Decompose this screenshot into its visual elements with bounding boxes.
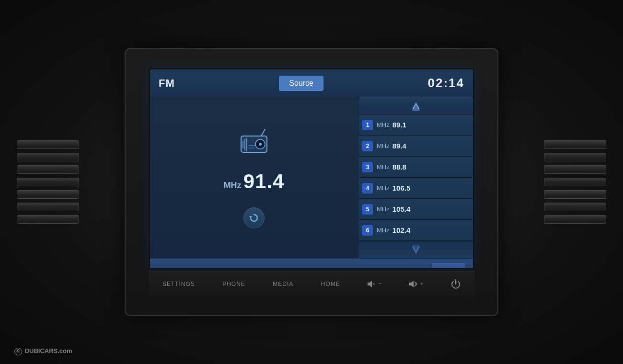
station-number: 1 [362, 120, 373, 130]
scroll-down-button[interactable] [358, 241, 473, 258]
station-number: 5 [362, 204, 373, 215]
station-freq: 102.4 [392, 226, 411, 234]
media-nav-button[interactable]: MEDIA [267, 278, 299, 290]
scroll-up-button[interactable] [358, 97, 473, 114]
forward-button[interactable] [325, 268, 345, 270]
station-freq: 89.4 [392, 142, 406, 150]
vent-slat [544, 165, 606, 174]
time-display: 02:14 [428, 76, 465, 91]
svg-point-5 [259, 143, 262, 146]
scan-button[interactable]: Scan [265, 268, 292, 270]
station-item[interactable]: 5 MHz 105.4 [358, 199, 473, 220]
copyright-icon: © [14, 348, 22, 355]
screen-controls: Scan StationList [150, 258, 473, 269]
station-unit: MHz [377, 184, 390, 192]
prev-button[interactable] [158, 268, 179, 270]
vent-left [10, 110, 86, 254]
screen-main: MHz 91.4 [150, 97, 473, 258]
vent-slat [544, 153, 606, 161]
freq-value: 91.4 [243, 170, 285, 193]
station-unit: MHz [377, 163, 390, 171]
station-freq: 88.8 [392, 163, 406, 171]
station-unit: MHz [377, 142, 390, 149]
vent-slat [544, 190, 606, 199]
radio-icon [237, 127, 271, 160]
screen-top-bar: FM Source 02:14 [150, 69, 473, 97]
vent-slat [17, 178, 79, 186]
head-unit: FM Source 02:14 [125, 48, 498, 316]
station-number: 2 [362, 141, 373, 151]
station-freq: 105.4 [392, 205, 411, 213]
vent-slat [17, 153, 79, 161]
station-unit: MHz [377, 121, 390, 128]
vent-slat [17, 215, 79, 224]
fm-label: FM [159, 77, 175, 90]
station-list: 1 MHz 89.1 2 MHz 89.4 3 MHz 88.8 4 MHz 1… [358, 114, 473, 241]
left-panel: MHz 91.4 [150, 97, 358, 258]
station-item[interactable]: 2 MHz 89.4 [358, 136, 473, 157]
svg-line-6 [261, 129, 265, 136]
scan-refresh-button[interactable] [243, 207, 265, 228]
station-freq: 106.5 [392, 184, 411, 192]
vent-slat [17, 203, 79, 211]
freq-unit: MHz [224, 181, 242, 191]
station-freq: 89.1 [392, 121, 406, 129]
vent-slat [544, 203, 606, 211]
volume-up-button[interactable]: + [404, 277, 429, 290]
source-button[interactable]: Source [279, 76, 323, 91]
vent-slat [17, 190, 79, 199]
car-surround: FM Source 02:14 [0, 0, 623, 364]
station-unit: MHz [377, 227, 390, 234]
station-item[interactable]: 1 MHz 89.1 [358, 114, 473, 136]
power-button[interactable] [445, 276, 466, 292]
next-button[interactable] [378, 268, 399, 270]
svg-marker-9 [249, 216, 252, 218]
station-item[interactable]: 6 MHz 102.4 [358, 220, 473, 241]
volume-down-button[interactable]: − [362, 277, 388, 290]
svg-marker-22 [368, 281, 372, 287]
station-number: 6 [362, 225, 373, 236]
station-unit: MHz [377, 205, 390, 213]
vent-right [537, 110, 613, 254]
station-item[interactable]: 4 MHz 106.5 [358, 178, 473, 199]
rewind-button[interactable] [211, 268, 231, 270]
watermark: © DUBICARS.com [14, 347, 72, 355]
station-number: 3 [362, 162, 373, 172]
frequency-display: MHz 91.4 [224, 170, 285, 193]
vent-slat [17, 140, 79, 149]
home-nav-button[interactable]: HOME [315, 278, 346, 290]
watermark-text: DUBICARS.com [25, 347, 72, 354]
station-number: 4 [362, 183, 373, 193]
screen: FM Source 02:14 [149, 68, 474, 269]
nav-bar: SETTINGS PHONE MEDIA HOME − + [149, 271, 474, 296]
station-list-panel: 1 MHz 89.1 2 MHz 89.4 3 MHz 88.8 4 MHz 1… [358, 97, 473, 258]
station-item[interactable]: 3 MHz 88.8 [358, 157, 473, 178]
phone-nav-button[interactable]: PHONE [217, 278, 251, 290]
settings-nav-button[interactable]: SETTINGS [157, 278, 201, 290]
vent-slat [17, 165, 79, 174]
vent-slat [544, 178, 606, 186]
svg-marker-24 [409, 281, 414, 287]
vent-slat [544, 215, 606, 224]
station-list-button[interactable]: StationList [432, 263, 465, 269]
svg-line-23 [373, 283, 375, 285]
vent-slat [544, 140, 606, 149]
